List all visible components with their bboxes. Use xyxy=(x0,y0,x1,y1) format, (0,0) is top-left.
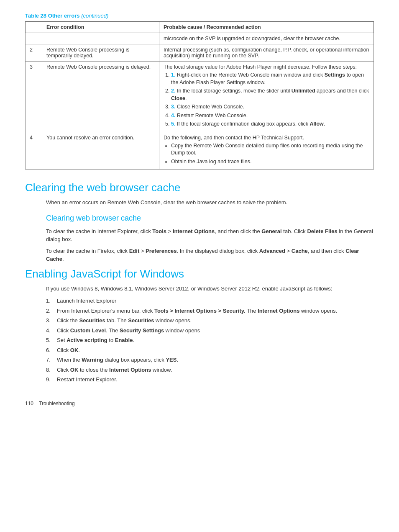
table-row: microcode on the SVP is upgraded or down… xyxy=(26,33,374,44)
col-error-header: Error condition xyxy=(42,22,159,33)
section2-title: Enabling JavaScript for Windows xyxy=(25,267,374,280)
page-label: Troubleshooting xyxy=(39,401,75,406)
section1-intro: When an error occurs on Remote Web Conso… xyxy=(46,198,374,263)
list-item: 6. Click OK. xyxy=(46,346,374,355)
section2-intro: If you use Windows 8, Windows 8.1, Windo… xyxy=(46,285,374,293)
section1-para1: To clear the cache in Internet Explorer,… xyxy=(46,227,374,244)
col-cause-header: Probable cause / Recommended action xyxy=(159,22,374,33)
section2-body: If you use Windows 8, Windows 8.1, Windo… xyxy=(46,285,374,293)
table-row: 4 You cannot resolve an error condition.… xyxy=(26,132,374,170)
list-item: 3. Click the Securities tab. The Securit… xyxy=(46,316,374,325)
col-num-header xyxy=(26,22,42,33)
section2-steps: 1. Launch Internet Explorer 2. From Inte… xyxy=(46,297,374,384)
table-caption: Table 28 Other errors (continued) xyxy=(25,13,374,19)
list-item: 7. When the Warning dialog box appears, … xyxy=(46,356,374,364)
error-table: Error condition Probable cause / Recomme… xyxy=(25,21,374,170)
table-row: 3 Remote Web Console processing is delay… xyxy=(26,62,374,132)
section1-para2: To clear the cache in Firefox, click Edi… xyxy=(46,247,374,263)
list-item: 9. Restart Internet Explorer. xyxy=(46,375,374,384)
table-row: 2 Remote Web Console processing is tempo… xyxy=(26,44,374,62)
page-footer: 110 Troubleshooting xyxy=(25,401,374,406)
list-item: 5. Set Active scripting to Enable. xyxy=(46,336,374,344)
list-item: 1. Launch Internet Explorer xyxy=(46,297,374,305)
list-item: 4. Click Custom Level. The Security Sett… xyxy=(46,326,374,335)
section1-title: Clearing the web browser cache xyxy=(25,181,374,194)
page-number: 110 xyxy=(25,401,33,406)
section1-sub-title: Clearing web browser cache xyxy=(46,213,374,224)
list-item: 2. From Internet Explorer's menu bar, cl… xyxy=(46,307,374,315)
list-item: 8. Click OK to close the Internet Option… xyxy=(46,366,374,374)
